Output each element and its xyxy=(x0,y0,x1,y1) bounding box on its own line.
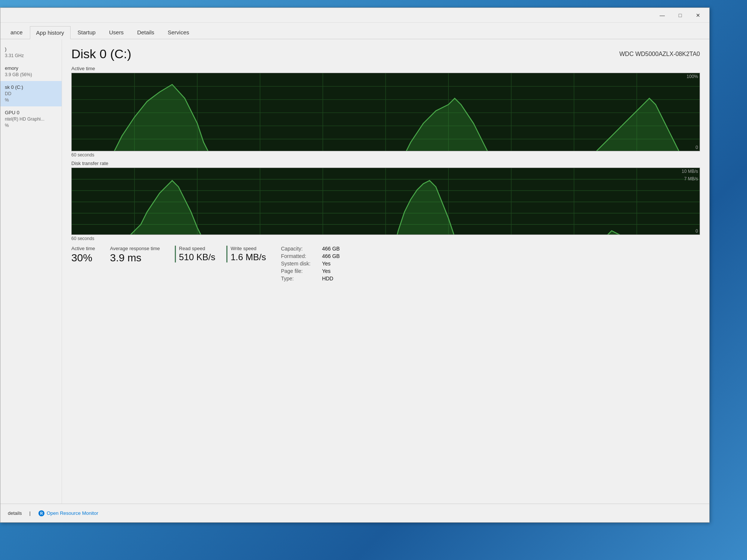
type-key: Type: xyxy=(281,276,322,281)
write-speed-item: Write speed 1.6 MB/s xyxy=(226,246,266,262)
bottom-separator: | xyxy=(30,510,31,516)
svg-text:R: R xyxy=(40,511,43,516)
system-disk-key: System disk: xyxy=(281,261,322,267)
main-content: ) 3.31 GHz emory 3.9 GB (56%) sk 0 (C:) … xyxy=(0,39,709,504)
read-speed-item: Read speed 510 KB/s xyxy=(175,246,215,262)
speed-block: Read speed 510 KB/s Write speed 1.6 MB/s xyxy=(175,246,266,262)
sidebar-disk-title: sk 0 (C:) xyxy=(5,84,57,91)
sidebar-disk-sub1: DD xyxy=(5,91,57,97)
disk-title: Disk 0 (C:) xyxy=(71,47,131,61)
details-label: details xyxy=(8,510,22,516)
resource-monitor-label: Open Resource Monitor xyxy=(47,510,98,516)
active-time-stat-value: 30% xyxy=(71,252,95,264)
write-speed-value: 1.6 MB/s xyxy=(230,252,266,262)
tab-app-history[interactable]: App history xyxy=(30,26,71,39)
system-disk-val: Yes xyxy=(322,261,331,267)
stats-row: Active time 30% Average response time 3.… xyxy=(71,246,700,283)
task-manager-window: — □ ✕ ance App history Startup Users Det… xyxy=(0,7,710,523)
sidebar-memory-title: emory xyxy=(5,65,57,72)
bottom-bar: details | R Open Resource Monitor xyxy=(0,504,709,522)
transfer-rate-chart: 10 MB/s 0 7 MB/s xyxy=(71,168,700,235)
close-button[interactable]: ✕ xyxy=(691,9,706,21)
transfer-top-label: 10 MB/s xyxy=(682,169,698,174)
title-bar: — □ ✕ xyxy=(0,8,709,23)
window-controls: — □ ✕ xyxy=(655,9,706,21)
info-system-disk: System disk: Yes xyxy=(281,261,340,267)
sidebar-item-gpu[interactable]: GPU 0 ntel(R) HD Graphi... % xyxy=(0,106,62,132)
avg-response-stat-value: 3.9 ms xyxy=(110,252,160,264)
page-file-key: Page file: xyxy=(281,268,322,274)
info-formatted: Formatted: 466 GB xyxy=(281,253,340,259)
active-time-label: Active time xyxy=(71,66,700,71)
resource-monitor-icon: R xyxy=(38,510,45,517)
disk-info-table: Capacity: 466 GB Formatted: 466 GB Syste… xyxy=(281,246,340,283)
sidebar-item-cpu[interactable]: ) 3.31 GHz xyxy=(0,43,62,62)
sidebar: ) 3.31 GHz emory 3.9 GB (56%) sk 0 (C:) … xyxy=(0,39,62,504)
type-val: HDD xyxy=(322,276,333,281)
capacity-key: Capacity: xyxy=(281,246,322,252)
minimize-button[interactable]: — xyxy=(655,9,670,21)
avg-response-stat: Average response time 3.9 ms xyxy=(110,246,160,264)
page-file-val: Yes xyxy=(322,268,331,274)
sidebar-disk-sub2: % xyxy=(5,97,57,103)
active-time-section: Active time xyxy=(71,66,700,158)
tab-startup[interactable]: Startup xyxy=(71,26,102,39)
transfer-rate-section: Disk transfer rate xyxy=(71,161,700,241)
active-time-time-label: 60 seconds xyxy=(71,152,700,158)
formatted-key: Formatted: xyxy=(281,253,322,259)
active-time-stat: Active time 30% xyxy=(71,246,95,264)
content-area: Disk 0 (C:) WDC WD5000AZLX-08K2TA0 Activ… xyxy=(62,39,709,504)
tab-users[interactable]: Users xyxy=(103,26,130,39)
sidebar-gpu-sub1: ntel(R) HD Graphi... xyxy=(5,116,57,122)
sidebar-gpu-sub2: % xyxy=(5,122,57,129)
disk-header: Disk 0 (C:) WDC WD5000AZLX-08K2TA0 xyxy=(71,47,700,61)
disk-model: WDC WD5000AZLX-08K2TA0 xyxy=(619,51,700,57)
info-capacity: Capacity: 466 GB xyxy=(281,246,340,252)
formatted-val: 466 GB xyxy=(322,253,340,259)
maximize-button[interactable]: □ xyxy=(673,9,688,21)
tab-performance[interactable]: ance xyxy=(4,26,29,39)
read-speed-label: Read speed xyxy=(179,246,215,251)
speed-stats: Read speed 510 KB/s Write speed 1.6 MB/s xyxy=(175,246,266,262)
active-time-top-label: 100% xyxy=(686,74,698,79)
active-time-stat-label: Active time xyxy=(71,246,95,251)
avg-response-stat-label: Average response time xyxy=(110,246,160,251)
sidebar-gpu-title: GPU 0 xyxy=(5,109,57,116)
write-speed-label: Write speed xyxy=(230,246,266,251)
sidebar-cpu-title: ) xyxy=(5,46,57,53)
transfer-bottom-label: 0 xyxy=(695,228,698,234)
sidebar-memory-sub: 3.9 GB (56%) xyxy=(5,72,57,78)
tab-services[interactable]: Services xyxy=(161,26,196,39)
capacity-val: 466 GB xyxy=(322,246,340,252)
open-resource-monitor-link[interactable]: R Open Resource Monitor xyxy=(38,510,98,517)
sidebar-item-disk[interactable]: sk 0 (C:) DD % xyxy=(0,81,62,106)
sidebar-item-memory[interactable]: emory 3.9 GB (56%) xyxy=(0,62,62,81)
info-type: Type: HDD xyxy=(281,276,340,281)
read-speed-value: 510 KB/s xyxy=(179,252,215,262)
transfer-mid-label: 7 MB/s xyxy=(684,176,698,181)
tabs-bar: ance App history Startup Users Details S… xyxy=(0,23,709,39)
info-page-file: Page file: Yes xyxy=(281,268,340,274)
active-time-chart: 100% 0 xyxy=(71,73,700,151)
active-time-bottom-label: 0 xyxy=(695,145,698,150)
transfer-rate-label: Disk transfer rate xyxy=(71,161,700,166)
sidebar-cpu-sub: 3.31 GHz xyxy=(5,53,57,59)
transfer-time-label: 60 seconds xyxy=(71,236,700,241)
tab-details[interactable]: Details xyxy=(131,26,161,39)
